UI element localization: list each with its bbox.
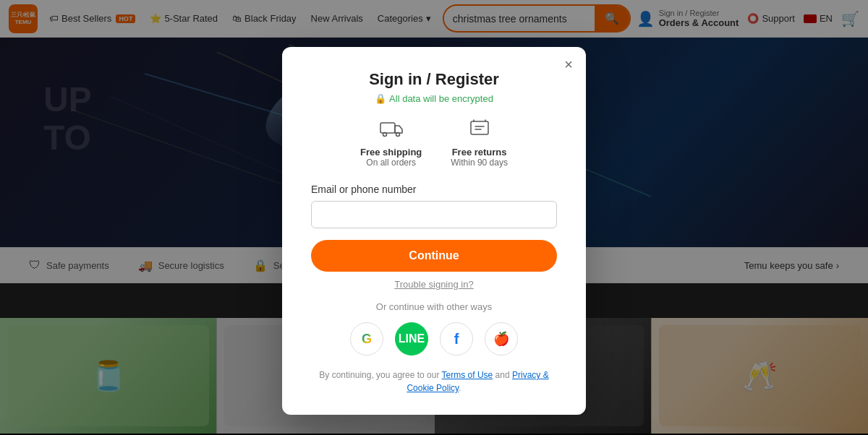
terms-of-use-link[interactable]: Terms of Use [442,370,493,380]
returns-icon [451,119,508,144]
modal-title: Sign in / Register [311,70,557,89]
facebook-login-button[interactable]: f [440,322,473,356]
svg-rect-5 [380,123,395,133]
email-label: Email or phone number [311,184,557,195]
line-icon: LINE [399,332,425,345]
email-input[interactable] [311,201,557,228]
encrypted-notice: 🔒 All data will be encrypted [311,93,557,104]
lock-icon: 🔒 [375,93,386,104]
shipping-icon [360,119,422,144]
apple-icon: 🍎 [493,331,509,347]
terms-text: By continuing, you agree to our Terms of… [311,369,557,395]
continue-button[interactable]: Continue [311,240,557,272]
facebook-icon: f [454,331,459,348]
apple-login-button[interactable]: 🍎 [485,322,518,356]
benefit-free-shipping: Free shipping On all orders [360,119,422,168]
trouble-signing-in-link[interactable]: Trouble signing in? [311,279,557,290]
benefit-free-returns: Free returns Within 90 days [451,119,508,168]
social-login-buttons: G LINE f 🍎 [311,322,557,356]
sign-in-modal: × Sign in / Register 🔒 All data will be … [282,47,586,415]
modal-benefits: Free shipping On all orders Free returns… [311,119,557,168]
google-login-button[interactable]: G [350,322,383,356]
or-divider: Or continue with other ways [311,301,557,312]
svg-rect-8 [471,121,488,134]
svg-point-6 [383,133,386,137]
svg-point-7 [396,133,399,137]
line-login-button[interactable]: LINE [395,322,428,356]
google-icon: G [362,332,372,347]
modal-close-button[interactable]: × [564,57,573,72]
